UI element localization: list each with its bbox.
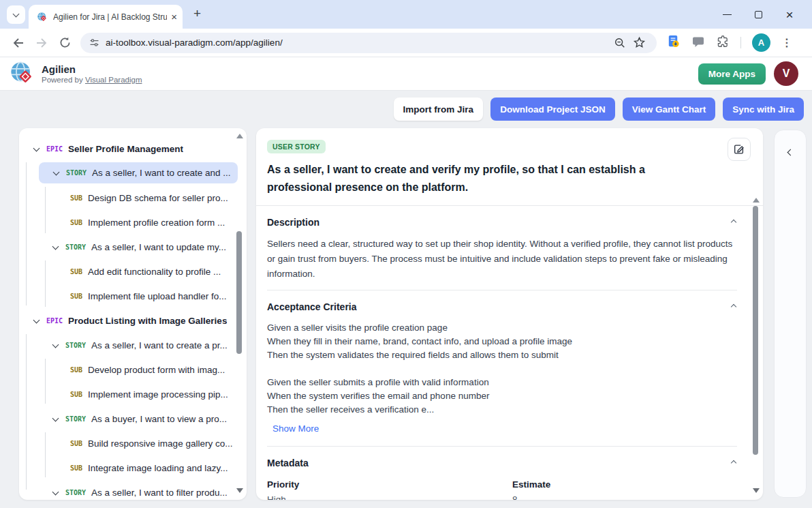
tree-item[interactable]: EPIC Product Listing with Image Gallerie… [19, 308, 247, 333]
chat-extension-button[interactable] [691, 35, 705, 51]
download-extension-button[interactable] [666, 34, 681, 51]
chevron-down-icon[interactable] [50, 417, 60, 421]
tree-item-label: As a seller, I want to filter produ... [91, 488, 228, 498]
acceptance-section-header[interactable]: Acceptance Criteria [267, 301, 737, 312]
chevron-down-icon[interactable] [51, 171, 61, 175]
chevron-up-icon[interactable] [731, 460, 736, 466]
tree-item[interactable]: SUB Design DB schema for seller pro... [19, 185, 247, 210]
scroll-down-icon[interactable] [236, 488, 243, 493]
tree-item-label: Design DB schema for seller pro... [88, 193, 228, 203]
metadata-grid: Priority High Estimate 8 Timeline 2026-0… [267, 479, 737, 500]
url-text: ai-toolbox.visual-paradigm.com/app/agili… [106, 38, 283, 48]
browser-profile-avatar[interactable]: A [752, 33, 770, 52]
expand-panel-button[interactable] [783, 145, 797, 159]
action-bar: Import from Jira Download Project JSON V… [394, 98, 804, 121]
tree-item-label: As a buyer, I want to view a pro... [91, 414, 227, 424]
tree-rows: EPIC Seller Profile Management STORY As … [19, 128, 247, 500]
tree-item-type-tag: STORY [65, 243, 86, 251]
tree-item[interactable]: SUB Integrate image loading and lazy... [19, 455, 247, 480]
tree-item-type-tag: SUB [70, 464, 82, 472]
description-section-header[interactable]: Description [267, 217, 737, 228]
acceptance-line: Then the seller receives a verification … [267, 403, 737, 417]
tree-item-type-tag: EPIC [46, 145, 63, 153]
extensions-button[interactable] [716, 35, 730, 51]
story-detail-panel: USER STORY As a seller, I want to create… [256, 128, 763, 500]
chevron-down-icon[interactable] [50, 491, 60, 494]
scrollbar-thumb[interactable] [236, 231, 242, 354]
scroll-up-icon[interactable] [236, 134, 243, 138]
tree-item-type-tag: EPIC [46, 317, 63, 325]
tree-item[interactable]: SUB Implement image processing pip... [19, 382, 247, 406]
browser-tab[interactable]: Agilien for Jira | AI Backlog Stru × [29, 5, 183, 29]
tree-item[interactable]: STORY As a seller, I want to create and … [39, 162, 238, 183]
metadata-section-header[interactable]: Metadata [267, 458, 737, 468]
edit-button[interactable] [728, 138, 751, 161]
description-text: Sellers need a clear, structured way to … [267, 237, 737, 282]
tab-title: Agilien for Jira | AI Backlog Stru [53, 12, 167, 22]
new-tab-button[interactable]: + [193, 6, 201, 21]
scrollbar-thumb[interactable] [753, 206, 758, 455]
chevron-down-icon[interactable] [50, 344, 60, 347]
extensions-area: A ⋮ [666, 33, 792, 52]
collapsed-side-panel [774, 130, 807, 498]
tree-item[interactable]: STORY As a seller, I want to create a pr… [19, 333, 247, 357]
action-button[interactable]: Import from Jira [394, 98, 484, 121]
acceptance-line: Given the seller submits a profile with … [267, 376, 737, 389]
window-close-button[interactable]: × [774, 8, 805, 21]
chevron-up-icon[interactable] [731, 220, 736, 225]
scroll-down-icon[interactable] [753, 488, 760, 493]
acceptance-heading: Acceptance Criteria [267, 301, 357, 312]
story-title: As a seller, I want to create and verify… [267, 161, 749, 196]
user-avatar[interactable]: V [774, 61, 798, 86]
tree-item-type-tag: STORY [65, 489, 86, 496]
powered-by-prefix: Powered by [42, 76, 85, 84]
reload-icon [59, 36, 72, 49]
tree-scrollbar[interactable] [235, 134, 243, 493]
metadata-field-value: 8 [512, 494, 737, 500]
toolbar-divider [740, 37, 741, 48]
chevron-up-icon[interactable] [731, 304, 736, 310]
chevron-down-icon[interactable] [31, 319, 41, 323]
tree-item-label: As a seller, I want to create and ... [92, 168, 230, 178]
url-bar[interactable]: ai-toolbox.visual-paradigm.com/app/agili… [80, 33, 657, 53]
more-apps-button[interactable]: More Apps [698, 63, 766, 85]
window-maximize-button[interactable] [743, 11, 774, 18]
browser-menu-button[interactable]: ⋮ [781, 36, 792, 49]
forward-button[interactable] [30, 31, 53, 55]
zoom-out-button[interactable] [610, 31, 629, 55]
browser-toolbar: ai-toolbox.visual-paradigm.com/app/agili… [0, 29, 812, 57]
action-button[interactable]: View Gantt Chart [623, 98, 716, 121]
detail-scrollbar[interactable] [751, 198, 760, 493]
action-button[interactable]: Sync with Jira [723, 98, 804, 121]
powered-by: Powered by Visual Paradigm [42, 76, 142, 84]
scroll-up-icon[interactable] [753, 198, 760, 203]
reload-button[interactable] [53, 31, 76, 55]
tree-item[interactable]: SUB Develop product form with imag... [19, 357, 247, 382]
visual-paradigm-link[interactable]: Visual Paradigm [85, 76, 142, 84]
tree-item[interactable]: STORY As a seller, I want to filter prod… [19, 480, 247, 500]
window-minimize-button[interactable] [711, 14, 743, 15]
tree-item-type-tag: SUB [70, 219, 82, 226]
chevron-down-icon[interactable] [31, 147, 41, 151]
metadata-section: Metadata Priority High Estimate 8 T [267, 446, 737, 500]
tree-item[interactable]: SUB Implement file upload handler fo... [19, 284, 247, 308]
tree-item[interactable]: STORY As a buyer, I want to view a pro..… [19, 406, 247, 431]
tree-item[interactable]: SUB Add edit functionality to profile ..… [19, 259, 247, 284]
tree-item-label: Product Listing with Image Galleries [68, 316, 227, 326]
tab-search-button[interactable] [7, 5, 25, 24]
tree-item[interactable]: SUB Build responsive image gallery co... [19, 431, 247, 455]
show-more-link[interactable]: Show More [272, 421, 319, 436]
description-section: Description Sellers need a clear, struct… [267, 206, 737, 290]
tree-item-type-tag: SUB [70, 391, 82, 398]
maximize-icon [755, 11, 762, 18]
tree-indent-guide [26, 162, 27, 305]
back-button[interactable] [7, 31, 30, 55]
tab-close-icon[interactable]: × [171, 12, 177, 22]
bookmark-button[interactable] [629, 31, 649, 55]
tree-item[interactable]: EPIC Seller Profile Management [19, 136, 247, 161]
tree-item[interactable]: SUB Implement profile creation form ... [19, 210, 247, 235]
chevron-down-icon[interactable] [50, 245, 60, 249]
edit-pencil-icon [733, 143, 745, 155]
action-button[interactable]: Download Project JSON [490, 98, 615, 121]
tree-item[interactable]: STORY As a seller, I want to update my..… [19, 235, 247, 259]
